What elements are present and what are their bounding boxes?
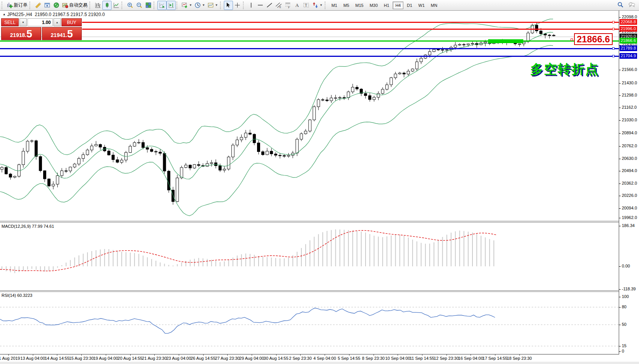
time-tick-mark: [33, 354, 33, 356]
time-tick-mark: [130, 354, 131, 356]
market-watch-button[interactable]: [42, 1, 52, 10]
timeframe-h1-button[interactable]: H1: [381, 2, 392, 9]
timeframe-w1-button[interactable]: W1: [416, 2, 427, 9]
line-handle-marker[interactable]: [612, 21, 615, 23]
axis-tick-label: 20630.0: [622, 156, 637, 161]
vertical-line-button[interactable]: [247, 1, 256, 10]
sell-button[interactable]: SELL: [1, 18, 19, 26]
horizontal-line-button[interactable]: [256, 1, 265, 10]
collapse-panel-icon[interactable]: ▲: [3, 13, 6, 16]
timeframe-m5-button[interactable]: M5: [341, 2, 352, 9]
axis-tick-mark: [619, 184, 621, 184]
axis-tick-label: 0.00: [622, 264, 630, 268]
time-label: 16 Sep 04:00: [458, 356, 483, 361]
chat-icon[interactable]: [628, 1, 635, 10]
axis-tick-label: 15: [622, 343, 626, 348]
sell-price-button[interactable]: 21918.5: [1, 27, 41, 40]
chart-annotation[interactable]: 多空转折点: [530, 61, 599, 78]
axis-tick-mark: [619, 325, 621, 325]
axis-tick-label: 21162.0: [622, 105, 637, 110]
horizontal-level-line[interactable]: [82, 22, 619, 23]
line-chart-button[interactable]: [112, 1, 121, 10]
axis-tick-label: 21430.0: [622, 81, 637, 85]
axis-tick-mark: [619, 307, 621, 308]
volume-increase-button[interactable]: ▲: [53, 18, 61, 26]
horizontal-level-line[interactable]: [0, 40, 619, 42]
templates-button[interactable]: ▼: [206, 1, 219, 10]
ohlc-values: 21950.0 21967.5 21917.5 21920.0: [35, 12, 105, 17]
auto-trading-label: 自动交易: [69, 2, 87, 8]
zoom-out-button[interactable]: [134, 1, 144, 10]
chevron-down-icon: ▼: [202, 3, 205, 7]
timeframe-m1-button[interactable]: M1: [329, 2, 340, 9]
crayon-button[interactable]: [33, 1, 42, 10]
text-icon: A: [294, 2, 300, 8]
signal-button[interactable]: [52, 1, 61, 10]
timeframe-h4-button[interactable]: H4: [393, 2, 403, 9]
axis-tick-mark: [619, 32, 621, 32]
volume-decrease-button[interactable]: ▼: [19, 18, 27, 26]
periods-button[interactable]: ▼: [193, 1, 206, 10]
new-order-button[interactable]: 新订单: [5, 1, 29, 10]
line-chart-icon: [113, 2, 120, 8]
text-button[interactable]: A: [293, 1, 302, 10]
toolbar-grip: [176, 2, 179, 9]
pane-separator[interactable]: [0, 292, 619, 292]
search-icon[interactable]: [617, 1, 624, 10]
price-tag-label[interactable]: 21866.6: [574, 33, 613, 45]
pane-separator[interactable]: [0, 290, 619, 291]
auto-scroll-button[interactable]: [157, 1, 167, 10]
pane-separator[interactable]: [0, 221, 619, 221]
tile-windows-button[interactable]: [144, 1, 153, 10]
line-handle-marker[interactable]: [612, 28, 615, 30]
timeframe-mn-button[interactable]: MN: [428, 2, 440, 9]
support-zone-rectangle[interactable]: [488, 39, 523, 43]
tile-windows-icon: [145, 2, 152, 8]
buy-button[interactable]: BUY: [61, 18, 82, 26]
equidistant-channel-button[interactable]: E: [274, 1, 283, 10]
line-handle-marker[interactable]: [571, 39, 573, 41]
buy-price-button[interactable]: 21941.5: [42, 27, 82, 40]
time-tick-mark: [446, 354, 447, 356]
time-tick-mark: [300, 354, 301, 356]
macd-indicator: [0, 222, 619, 290]
horizontal-level-line[interactable]: [0, 48, 619, 49]
axis-tick-mark: [619, 196, 621, 196]
time-tick-mark: [106, 354, 106, 356]
chart-shift-button[interactable]: [167, 1, 176, 10]
timeframe-m30-button[interactable]: M30: [367, 2, 380, 9]
cursor-icon: [225, 2, 231, 8]
zoom-in-button[interactable]: [125, 1, 134, 10]
horizontal-level-line[interactable]: [82, 29, 619, 30]
timeframe-d1-button[interactable]: D1: [404, 2, 415, 9]
bar-chart-button[interactable]: [93, 1, 102, 10]
line-handle-marker[interactable]: [612, 47, 615, 50]
trend-line-button[interactable]: [265, 1, 274, 10]
arrows-button[interactable]: ▼: [311, 1, 324, 10]
bar-chart-icon: [95, 2, 101, 8]
price-level-badge: 21789.8: [620, 45, 637, 51]
timeframe-m15-button[interactable]: M15: [353, 2, 366, 9]
price-level-badge: 22068.8: [620, 19, 637, 25]
chevron-down-icon: ▼: [189, 3, 192, 7]
auto-trading-icon: [62, 2, 68, 8]
fibonacci-button[interactable]: F: [283, 1, 293, 10]
auto-trading-button[interactable]: 自动交易: [61, 1, 89, 10]
horizontal-level-line[interactable]: [0, 56, 619, 57]
text-label-button[interactable]: T: [302, 1, 311, 10]
indicators-icon: [181, 2, 188, 8]
axis-tick-label: 20362.0: [622, 181, 637, 185]
volume-input[interactable]: [28, 18, 53, 26]
crosshair-button[interactable]: [233, 1, 242, 10]
line-handle-marker[interactable]: [612, 55, 615, 57]
indicators-button[interactable]: ▼: [180, 1, 193, 10]
time-label: 17 Sep 14:55: [482, 356, 507, 361]
time-label: 5 Sep 14:55: [338, 356, 360, 361]
chart-title: ▲JPN225-,H4 21950.0 21967.5 21917.5 2192…: [3, 12, 105, 17]
axis-tick-mark: [619, 297, 621, 297]
candle-chart-button[interactable]: [102, 1, 112, 10]
pane-separator[interactable]: [0, 222, 619, 222]
cursor-button[interactable]: [224, 1, 233, 10]
axis-tick-mark: [619, 70, 621, 70]
axis-tick-mark: [619, 351, 621, 352]
